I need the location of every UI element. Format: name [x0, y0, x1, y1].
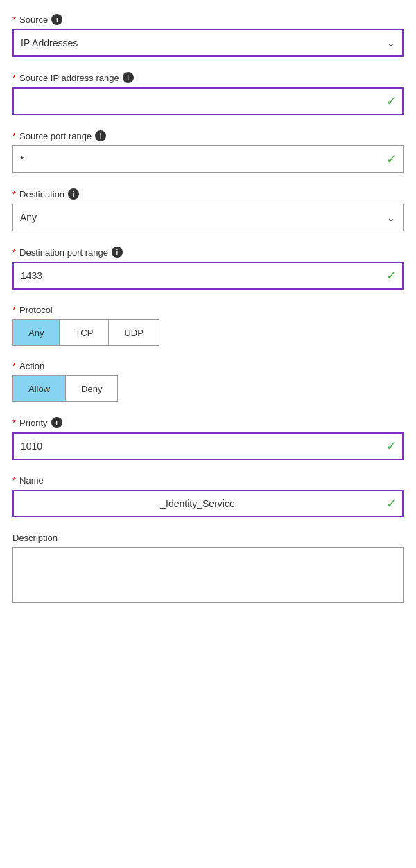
source-port-range-input[interactable] — [12, 145, 404, 173]
name-label: * Name — [12, 475, 404, 486]
description-textarea[interactable] — [12, 547, 404, 603]
name-label-text: Name — [19, 475, 44, 486]
priority-input[interactable] — [12, 432, 404, 460]
priority-label: * Priority i — [12, 417, 404, 428]
source-info-icon[interactable]: i — [51, 14, 62, 25]
name-input-wrapper: ✓ — [12, 490, 404, 517]
source-port-range-label-text: Source port range — [19, 131, 92, 141]
destination-required-star: * — [12, 189, 16, 200]
priority-info-icon[interactable]: i — [51, 417, 62, 428]
destination-port-range-field-group: * Destination port range i ✓ — [12, 247, 404, 290]
source-ip-range-input-wrapper: ✓ — [12, 87, 404, 115]
source-label: * Source i — [12, 14, 404, 25]
priority-field-group: * Priority i ✓ — [12, 417, 404, 460]
description-label-text: Description — [12, 533, 58, 543]
destination-port-range-info-icon[interactable]: i — [112, 247, 123, 258]
priority-required-star: * — [12, 418, 16, 428]
source-select[interactable]: IP Addresses Any Service Tag Application… — [12, 29, 404, 57]
protocol-label-text: Protocol — [19, 305, 53, 315]
source-port-range-required-star: * — [12, 131, 16, 141]
source-required-star: * — [12, 15, 16, 25]
name-required-star: * — [12, 475, 16, 486]
source-ip-range-field-group: * Source IP address range i ✓ — [12, 72, 404, 115]
source-port-range-input-wrapper: ✓ — [12, 145, 404, 173]
source-port-range-info-icon[interactable]: i — [95, 130, 106, 141]
priority-label-text: Priority — [19, 418, 47, 428]
source-port-range-label: * Source port range i — [12, 130, 404, 141]
action-button-group: Allow Deny — [12, 375, 118, 402]
description-field-group: Description — [12, 533, 404, 605]
destination-field-group: * Destination i Any IP Addresses Service… — [12, 188, 404, 231]
action-deny-button[interactable]: Deny — [66, 376, 117, 401]
destination-port-range-label-text: Destination port range — [19, 247, 108, 258]
action-required-star: * — [12, 361, 16, 371]
destination-port-range-label: * Destination port range i — [12, 247, 404, 258]
priority-input-wrapper: ✓ — [12, 432, 404, 460]
source-label-text: Source — [19, 15, 48, 25]
action-label-text: Action — [19, 361, 44, 371]
source-field-group: * Source i IP Addresses Any Service Tag … — [12, 14, 404, 57]
destination-label: * Destination i — [12, 188, 404, 200]
destination-select-wrapper: Any IP Addresses Service Tag Application… — [12, 204, 404, 231]
destination-port-range-input[interactable] — [12, 262, 404, 290]
protocol-required-star: * — [12, 305, 16, 315]
destination-label-text: Destination — [19, 189, 64, 200]
name-field-group: * Name ✓ — [12, 475, 404, 517]
destination-info-icon[interactable]: i — [68, 188, 79, 200]
source-port-range-field-group: * Source port range i ✓ — [12, 130, 404, 173]
source-ip-range-label: * Source IP address range i — [12, 72, 404, 83]
destination-port-range-input-wrapper: ✓ — [12, 262, 404, 290]
action-label: * Action — [12, 361, 404, 371]
action-allow-button[interactable]: Allow — [13, 376, 66, 401]
protocol-button-group: Any TCP UDP — [12, 319, 159, 346]
source-ip-range-info-icon[interactable]: i — [123, 72, 134, 83]
protocol-field-group: * Protocol Any TCP UDP — [12, 305, 404, 346]
protocol-udp-button[interactable]: UDP — [109, 320, 158, 345]
destination-port-range-required-star: * — [12, 247, 16, 258]
source-ip-range-input[interactable] — [12, 87, 404, 115]
protocol-tcp-button[interactable]: TCP — [60, 320, 109, 345]
protocol-label: * Protocol — [12, 305, 404, 315]
source-select-wrapper: IP Addresses Any Service Tag Application… — [12, 29, 404, 57]
description-label: Description — [12, 533, 404, 543]
source-ip-range-label-text: Source IP address range — [19, 73, 119, 83]
source-ip-range-required-star: * — [12, 73, 16, 83]
name-input[interactable] — [12, 490, 404, 517]
action-field-group: * Action Allow Deny — [12, 361, 404, 402]
destination-select[interactable]: Any IP Addresses Service Tag Application… — [12, 204, 404, 231]
protocol-any-button[interactable]: Any — [13, 320, 60, 345]
